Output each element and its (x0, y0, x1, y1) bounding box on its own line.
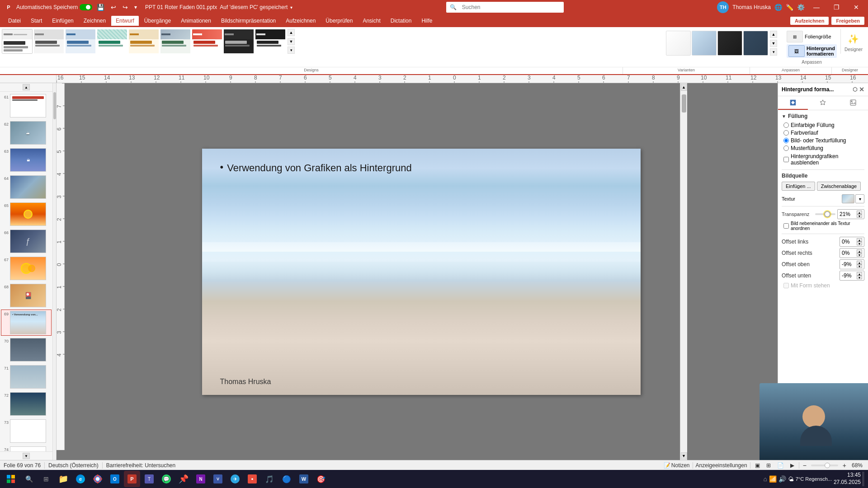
fill-option-solid[interactable]: Einfarbige Füllung (783, 122, 864, 128)
insert-image-button[interactable]: Einfügen ... (782, 182, 815, 191)
menu-bildschirmpraesentation[interactable]: Bildschirmpräsentation (217, 16, 280, 26)
fill-option-gradient[interactable]: Farbverlauf (783, 130, 864, 136)
offset-oben-down[interactable]: ▼ (857, 264, 862, 268)
freigeben-button[interactable]: Freigeben (831, 17, 864, 25)
show-desktop-button[interactable] (863, 472, 864, 486)
menu-uebergaenge[interactable]: Übergänge (140, 16, 175, 26)
task-view-button[interactable]: ⊞ (38, 471, 54, 487)
thumb-74[interactable]: 74 (1, 445, 52, 451)
thumb-67[interactable]: 67 (1, 255, 52, 282)
menu-entwurf[interactable]: Entwurf (111, 16, 139, 26)
fill-option-texture[interactable]: Bild- oder Texturfüllung (783, 137, 864, 144)
theme-tile-8[interactable] (223, 29, 254, 54)
chrome-icon[interactable] (90, 471, 106, 487)
aufzeichnen-button[interactable]: Aufzeichnen (790, 17, 829, 25)
word-icon[interactable]: W (296, 471, 312, 487)
variant-scroll-up[interactable]: ▲ (770, 31, 777, 38)
theme-tile-4[interactable] (97, 29, 127, 54)
autosave-toggle[interactable]: Automatisches Speichern (16, 4, 92, 10)
menu-datei[interactable]: Datei (4, 16, 25, 26)
thumb-64[interactable]: 64 (1, 174, 52, 200)
menu-aufzeichnen[interactable]: Aufzeichnen (281, 16, 320, 26)
variant-scroll-down[interactable]: ▼ (770, 40, 777, 47)
menu-ansicht[interactable]: Ansicht (358, 16, 385, 26)
minimize-button[interactable]: — (808, 0, 825, 14)
search-taskbar[interactable]: 🔍 (21, 471, 37, 487)
outlook-icon[interactable]: O (107, 471, 123, 487)
textur-icon[interactable]: ▾ (855, 194, 864, 203)
offset-links-input[interactable]: 0% ▲ ▼ (840, 237, 864, 247)
zoom-out-button[interactable]: − (802, 462, 807, 469)
foliengroesse-button[interactable]: ⊞ Foliengröße (787, 31, 837, 42)
notes-button[interactable]: 📝 Notizen (664, 462, 690, 469)
offset-links-down[interactable]: ▼ (857, 242, 862, 245)
thumb-73[interactable]: 73 (1, 418, 52, 444)
menu-hilfe[interactable]: Hilfe (417, 16, 437, 26)
fill-option-pattern[interactable]: Musterfüllung (783, 145, 864, 151)
app10-icon[interactable]: 🔵 (278, 471, 295, 487)
fill-expand-icon[interactable]: ▼ (782, 114, 786, 119)
powerpoint-taskbar-icon[interactable]: P (124, 471, 140, 487)
panel-tab-fill[interactable] (778, 96, 808, 110)
thumb-61[interactable]: 61 (1, 93, 52, 119)
menu-animationen[interactable]: Animationen (176, 16, 216, 26)
onenote-icon[interactable]: N (193, 471, 209, 487)
theme-tile-7[interactable] (192, 29, 222, 54)
app8-icon[interactable]: ● (244, 471, 260, 487)
undo-icon[interactable]: ↩ (109, 3, 118, 12)
variant-3[interactable] (717, 31, 742, 56)
offset-rechts-down[interactable]: ▼ (857, 253, 862, 257)
zoom-level[interactable]: 68% (850, 462, 864, 469)
offset-unten-input[interactable]: -9% ▲ ▼ (840, 271, 864, 281)
notification-area[interactable]: 🌤 7°C Regensch... (788, 476, 832, 483)
more-icon[interactable]: ▾ (132, 3, 139, 11)
theme-tile-3[interactable] (65, 29, 96, 54)
offset-rechts-up[interactable]: ▲ (857, 249, 862, 253)
thumb-68[interactable]: 68 🎴 (1, 282, 52, 309)
theme-scroll-down[interactable]: ▼ (288, 38, 295, 45)
normal-view-button[interactable]: ▣ (753, 461, 762, 469)
slide-sorter-button[interactable]: ⊞ (764, 461, 773, 469)
thumb-66[interactable]: 66 ƒ (1, 228, 52, 254)
telegram-icon[interactable]: ✈ (227, 471, 243, 487)
theme-tile-2[interactable] (33, 29, 64, 54)
mit-form-checkbox[interactable]: Mit Form stehen (783, 282, 864, 289)
offset-oben-input[interactable]: -9% ▲ ▼ (840, 259, 864, 269)
redo-icon[interactable]: ↪ (121, 3, 130, 12)
thumb-63[interactable]: 63 🏔 (1, 147, 52, 173)
variant-2[interactable] (692, 31, 717, 56)
note-icon[interactable]: 📌 (175, 471, 192, 487)
presentation-view-button[interactable]: ▶ (788, 461, 796, 469)
menu-einfuegen[interactable]: Einfügen (47, 16, 78, 26)
app12-icon[interactable]: 🎯 (313, 471, 329, 487)
language-status[interactable]: Deutsch (Österreich) (48, 462, 99, 469)
offset-links-up[interactable]: ▲ (857, 238, 862, 242)
theme-tile-6[interactable] (160, 29, 191, 54)
panel-popout-icon[interactable]: ⬡ (853, 86, 857, 93)
panel-close-icon[interactable]: ✕ (859, 86, 864, 93)
thumb-71[interactable]: 71 (1, 364, 52, 390)
offset-oben-up[interactable]: ▲ (857, 261, 862, 264)
slide-scroll-down[interactable]: ▼ (681, 452, 687, 460)
start-button[interactable] (2, 472, 20, 486)
thumb-62[interactable]: 62 ⛰ (1, 120, 52, 146)
menu-dictation[interactable]: Dictation (386, 16, 416, 26)
variant-4[interactable] (743, 31, 768, 56)
edge-icon[interactable]: e (72, 471, 89, 487)
thumb-69[interactable]: 69 • Verwendung von... (1, 310, 52, 336)
variant-1[interactable] (666, 31, 691, 56)
offset-unten-up[interactable]: ▲ (857, 272, 862, 276)
transparency-up[interactable]: ▲ (857, 211, 862, 214)
file-explorer-icon[interactable]: 📁 (55, 471, 71, 487)
theme-scroll-more[interactable]: ▾ (288, 47, 295, 54)
hide-background-checkbox[interactable]: Hintergrundgrafiken ausblenden (783, 153, 864, 166)
close-button[interactable]: ✕ (848, 0, 864, 14)
zoom-in-button[interactable]: + (842, 462, 847, 469)
thumb-vertical-scrollbar[interactable] (53, 92, 56, 119)
restore-button[interactable]: ❐ (828, 0, 844, 14)
menu-ueberpruefen[interactable]: Überprüfen (321, 16, 357, 26)
hintergrund-formatieren-button[interactable]: 🖼 Hintergrundformatieren (787, 44, 837, 58)
menu-start[interactable]: Start (26, 16, 47, 26)
save-icon[interactable]: 💾 (95, 3, 106, 12)
view-settings-button[interactable]: Anzeigeeinstellungen (696, 462, 747, 469)
